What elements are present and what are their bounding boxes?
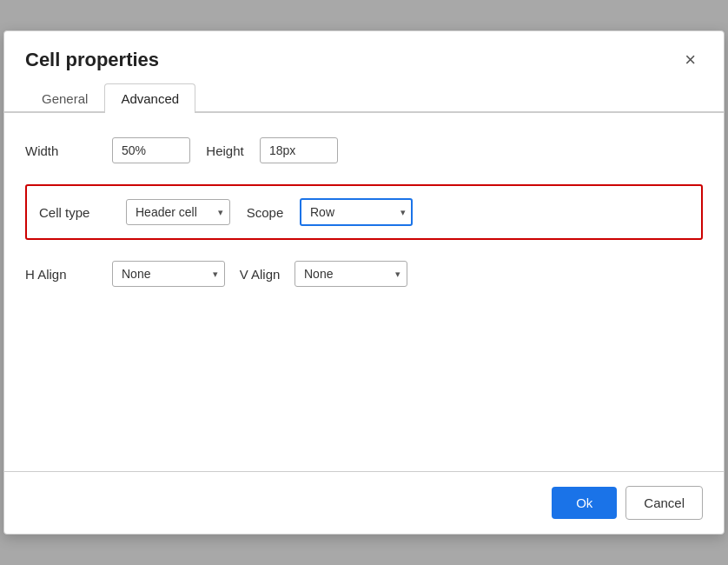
scope-select[interactable]: None Row Column Row group Column group — [300, 198, 413, 226]
scope-spacer: Scope — [230, 205, 300, 220]
tab-advanced[interactable]: Advanced — [104, 83, 195, 113]
tab-general[interactable]: General — [25, 83, 104, 113]
dialog-overlay: Cell properties × General Advanced Width… — [0, 0, 728, 565]
valign-select[interactable]: None Top Middle Bottom — [295, 261, 407, 287]
width-input[interactable] — [112, 137, 190, 163]
valign-select-wrapper: None Top Middle Bottom ▾ — [295, 261, 407, 287]
valign-spacer: V Align — [225, 267, 295, 282]
align-row: H Align None Left Center Right ▾ V Align… — [25, 261, 703, 287]
dialog-body: Width Height Cell type Header cell Data … — [4, 113, 724, 471]
dialog-footer: Ok Cancel — [4, 471, 724, 534]
tabs-row: General Advanced — [4, 83, 724, 113]
cell-type-label: Cell type — [39, 205, 126, 220]
scope-select-wrapper: None Row Column Row group Column group ▾ — [300, 198, 413, 226]
halign-select-wrapper: None Left Center Right ▾ — [112, 261, 225, 287]
close-button[interactable]: × — [678, 47, 703, 73]
height-input[interactable] — [260, 137, 338, 163]
height-label: Height — [206, 143, 243, 158]
cell-properties-dialog: Cell properties × General Advanced Width… — [3, 30, 725, 535]
dialog-title: Cell properties — [25, 49, 159, 71]
cancel-button[interactable]: Cancel — [625, 486, 703, 520]
ok-button[interactable]: Ok — [552, 487, 617, 519]
width-height-row: Width Height — [25, 137, 703, 163]
cell-type-select-wrapper: Header cell Data cell ▾ — [126, 199, 230, 225]
height-spacer: Height — [190, 143, 260, 158]
scope-label: Scope — [247, 205, 284, 220]
width-label: Width — [25, 143, 112, 158]
cell-type-scope-row: Cell type Header cell Data cell ▾ Scope … — [25, 184, 703, 240]
valign-label: V Align — [240, 267, 281, 282]
dialog-header: Cell properties × — [4, 31, 724, 83]
halign-select[interactable]: None Left Center Right — [112, 261, 225, 287]
halign-label: H Align — [25, 267, 112, 282]
cell-type-select[interactable]: Header cell Data cell — [126, 199, 230, 225]
